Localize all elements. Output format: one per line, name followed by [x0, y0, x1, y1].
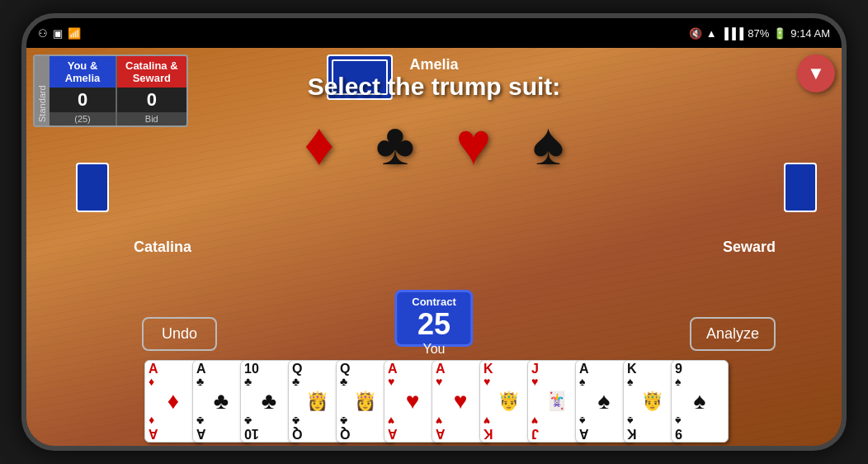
trump-title: Select the trump suit:: [308, 73, 561, 101]
analyze-button[interactable]: Analyze: [690, 317, 776, 351]
team1-score: 0: [50, 88, 116, 112]
team1-bid: (25): [50, 112, 116, 125]
hearts-button[interactable]: ♥: [456, 114, 492, 173]
clubs-button[interactable]: ♣: [375, 114, 414, 173]
phone-frame: ⚇ ▣ 📶 🔇 ▲ ▐▐▐ 87% 🔋 9:14 AM Standard You…: [21, 13, 847, 451]
sim-icon: ▣: [53, 27, 63, 40]
battery-level: 87%: [748, 27, 769, 40]
suits-row[interactable]: ♦ ♣ ♥ ♠: [304, 114, 564, 173]
team1-name: You &Amelia: [50, 56, 116, 88]
scoreboard: Standard You &Amelia 0 (25) Catalina &Se…: [33, 54, 188, 127]
info-button[interactable]: ▼: [797, 54, 835, 92]
info-icon: ▼: [807, 63, 825, 84]
diamonds-button[interactable]: ♦: [304, 114, 335, 173]
hand-area: A♦ ♦ A♦ A♣ ♣ A♣ 10♣ ♣ 10♣ Q♣ 👸 Q♣: [26, 351, 842, 446]
team2-score: 0: [117, 88, 186, 112]
spades-button[interactable]: ♠: [532, 114, 564, 173]
status-left: ⚇ ▣ 📶: [38, 27, 81, 40]
team2-name: Catalina &Seward: [117, 56, 186, 88]
player-amelia-label: Amelia: [409, 56, 458, 73]
player-seward-label: Seward: [723, 239, 776, 256]
undo-button[interactable]: Undo: [142, 317, 217, 351]
battery-icon: 🔋: [773, 27, 786, 40]
time-display: 9:14 AM: [790, 27, 830, 40]
team2-bid: Bid: [117, 112, 186, 125]
contract-label: Contract: [412, 296, 455, 308]
card-9-spades[interactable]: 9♠ ♠ 9♠: [671, 360, 729, 443]
status-right: 🔇 ▲ ▐▐▐ 87% 🔋 9:14 AM: [689, 27, 830, 40]
status-bar: ⚇ ▣ 📶 🔇 ▲ ▐▐▐ 87% 🔋 9:14 AM: [26, 18, 842, 48]
cards-left: [76, 163, 109, 212]
signal-icon: ▐▐▐: [721, 27, 744, 40]
game-mode-label: Standard: [35, 56, 50, 125]
team2-col: Catalina &Seward 0 Bid: [117, 56, 186, 125]
wifi-icon: 📶: [68, 27, 81, 40]
mute-icon: 🔇: [689, 27, 702, 40]
usb-icon: ⚇: [38, 27, 48, 40]
contract-badge: Contract 25: [394, 290, 473, 347]
wifi-signal-icon: ▲: [706, 27, 717, 40]
cards-right: [784, 163, 817, 212]
game-area: Standard You &Amelia 0 (25) Catalina &Se…: [26, 48, 842, 446]
contract-number: 25: [412, 308, 455, 341]
player-catalina-label: Catalina: [134, 239, 191, 256]
team1-col: You &Amelia 0 (25): [50, 56, 116, 125]
